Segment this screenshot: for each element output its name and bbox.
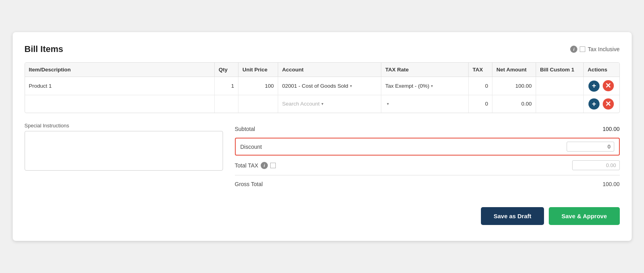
table-row: Search Account ▾ ▾ 0 0.00 + xyxy=(25,95,619,113)
header-row: Bill Items i Tax Inclusive xyxy=(25,44,620,54)
footer-buttons: Save as Draft Save & Approve xyxy=(25,207,620,225)
table-header-row: Item/Description Qty Unit Price Account … xyxy=(25,63,619,77)
account-select-1[interactable]: 02001 - Cost of Goods Sold xyxy=(282,83,348,89)
total-tax-checkbox[interactable] xyxy=(270,163,276,168)
cell-account-2[interactable]: Search Account ▾ xyxy=(278,95,381,113)
account-select-wrapper-1[interactable]: 02001 - Cost of Goods Sold ▾ xyxy=(282,83,377,89)
add-row-button-2[interactable]: + xyxy=(588,98,600,110)
col-net-amount: Net Amount xyxy=(492,63,536,77)
tax-rate-select-1[interactable]: Tax Exempt - (0%) xyxy=(385,83,429,89)
tax-rate-select-wrapper-1[interactable]: Tax Exempt - (0%) ▾ xyxy=(385,83,464,89)
gross-total-label: Gross Total xyxy=(235,181,263,187)
account-select-2[interactable]: Search Account xyxy=(282,101,320,107)
tax-rate-chevron-2: ▾ xyxy=(387,102,389,106)
cell-net-amount-2: 0.00 xyxy=(492,95,536,113)
tax-inclusive-info-icon: i xyxy=(570,46,577,53)
col-account: Account xyxy=(278,63,381,77)
bill-items-card: Bill Items i Tax Inclusive Item/Descript… xyxy=(13,32,632,241)
special-instructions-section: Special Instructions xyxy=(25,123,223,172)
tax-inclusive-checkbox[interactable] xyxy=(580,46,585,52)
cell-bill-custom1-1 xyxy=(536,77,584,95)
col-actions: Actions xyxy=(584,63,619,77)
divider xyxy=(235,175,620,175)
item-description-input-2[interactable] xyxy=(29,101,211,107)
total-tax-value-input[interactable] xyxy=(572,160,620,170)
save-and-approve-button[interactable]: Save & Approve xyxy=(549,207,620,225)
cell-actions-2: + ✕ xyxy=(584,95,619,113)
remove-row-button-1[interactable]: ✕ xyxy=(603,80,614,91)
account-select-wrapper-2[interactable]: Search Account ▾ xyxy=(282,101,377,107)
tax-inclusive-label: Tax Inclusive xyxy=(588,46,619,52)
col-item-description: Item/Description xyxy=(25,63,215,77)
account-chevron-1: ▾ xyxy=(350,84,352,88)
total-tax-info-icon: i xyxy=(261,162,268,169)
gross-total-value: 100.00 xyxy=(603,181,620,187)
subtotal-value: 100.00 xyxy=(603,126,620,132)
remove-row-button-2[interactable]: ✕ xyxy=(603,98,614,110)
cell-bill-custom1-2 xyxy=(536,95,584,113)
cell-tax-rate-1[interactable]: Tax Exempt - (0%) ▾ xyxy=(381,77,469,95)
subtotal-label: Subtotal xyxy=(235,126,255,132)
save-as-draft-button[interactable]: Save as Draft xyxy=(481,207,544,225)
col-tax-rate: TAX Rate xyxy=(381,63,469,77)
cell-tax-1: 0 xyxy=(469,77,492,95)
col-unit-price: Unit Price xyxy=(238,63,278,77)
col-tax: TAX xyxy=(469,63,492,77)
cell-tax-2: 0 xyxy=(469,95,492,113)
add-row-button-1[interactable]: + xyxy=(588,81,600,92)
discount-label: Discount xyxy=(240,144,262,150)
totals-area: Subtotal 100.00 Discount Total TAX i Gro… xyxy=(235,123,620,191)
total-tax-label: Total TAX xyxy=(235,162,258,169)
special-instructions-textarea[interactable] xyxy=(25,131,223,171)
bill-items-table-wrapper: Item/Description Qty Unit Price Account … xyxy=(25,62,620,113)
cell-account-1[interactable]: 02001 - Cost of Goods Sold ▾ xyxy=(278,77,381,95)
bottom-section: Special Instructions Subtotal 100.00 Dis… xyxy=(25,123,620,191)
unit-price-input-2[interactable] xyxy=(242,101,274,107)
page-title: Bill Items xyxy=(25,44,63,54)
cell-item-description-2[interactable] xyxy=(25,95,215,113)
gross-total-row: Gross Total 100.00 xyxy=(235,177,620,191)
discount-input[interactable] xyxy=(567,142,614,152)
cell-qty-2[interactable] xyxy=(215,95,238,113)
cell-unit-price-2[interactable] xyxy=(238,95,278,113)
table-row: Product 1 1 100 02001 - Cost of Goods So… xyxy=(25,77,619,95)
cell-qty-1: 1 xyxy=(215,77,238,95)
total-tax-row: Total TAX i xyxy=(235,157,620,173)
cell-actions-1: + ✕ xyxy=(584,77,619,95)
special-instructions-label: Special Instructions xyxy=(25,123,223,129)
bill-items-table: Item/Description Qty Unit Price Account … xyxy=(25,63,619,113)
col-qty: Qty xyxy=(215,63,238,77)
qty-input-2[interactable] xyxy=(219,101,234,107)
cell-item-description-1: Product 1 xyxy=(25,77,215,95)
account-chevron-2: ▾ xyxy=(321,102,323,106)
cell-net-amount-1: 100.00 xyxy=(492,77,536,95)
cell-tax-rate-2[interactable]: ▾ xyxy=(381,95,469,113)
cell-unit-price-1: 100 xyxy=(238,77,278,95)
tax-rate-chevron-1: ▾ xyxy=(431,84,433,88)
col-bill-custom1: Bill Custom 1 xyxy=(536,63,584,77)
subtotal-row: Subtotal 100.00 xyxy=(235,123,620,136)
total-tax-label-area: Total TAX i xyxy=(235,162,276,169)
tax-inclusive-area: i Tax Inclusive xyxy=(570,46,619,53)
tax-rate-select-wrapper-2[interactable]: ▾ xyxy=(385,102,464,106)
discount-box: Discount xyxy=(235,138,620,156)
